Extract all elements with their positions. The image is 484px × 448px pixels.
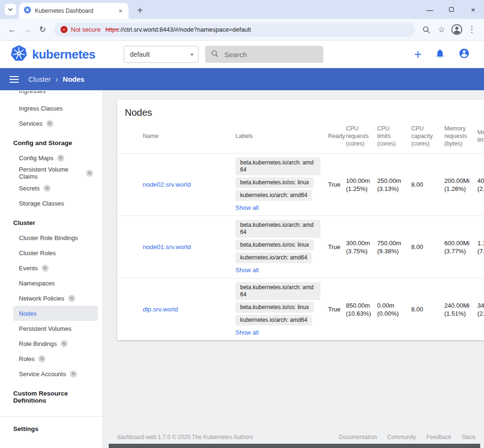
column-memory-requests: Memory requests (bytes) xyxy=(441,123,474,154)
bookmark-star-icon[interactable]: ☆ xyxy=(434,22,449,38)
kubernetes-appbar: kubernetes default ▾ + xyxy=(0,41,484,68)
column-cpu-limits: CPU limits (cores) xyxy=(373,123,407,154)
footer-link-slack[interactable]: Slack xyxy=(462,434,475,440)
memory-requests-cell: 240.00Mi (1.51%) xyxy=(441,278,474,341)
back-icon[interactable]: ← xyxy=(5,22,20,38)
breadcrumb-bar: Cluster › Nodes xyxy=(0,68,484,90)
zoom-icon[interactable] xyxy=(419,22,434,38)
sidebar-item-ingress-classes[interactable]: Ingress Classes xyxy=(13,101,98,116)
label-chip: kubernetes.io/arch: amd64 xyxy=(235,190,312,201)
sidebar-item-network-policies[interactable]: Network Policies N xyxy=(13,291,98,306)
sidebar-item-cluster-roles[interactable]: Cluster Roles xyxy=(13,245,98,260)
memory-requests-cell: 600.00Mi (3.77%) xyxy=(441,216,474,278)
table-row: dlp.srv.world beta.kubernetes.io/arch: a… xyxy=(117,278,484,341)
show-all-link[interactable]: Show all xyxy=(235,266,259,274)
sidebar-section-settings[interactable]: Settings xyxy=(13,425,98,432)
namespace-value: default xyxy=(130,51,190,58)
breadcrumb-current: Nodes xyxy=(63,75,85,83)
sidebar-item-config-maps[interactable]: Config Maps N xyxy=(13,150,98,165)
window-chevron-icon[interactable] xyxy=(5,4,16,15)
nodes-table: Name Labels Ready CPU requests (cores) C… xyxy=(117,123,484,340)
sidebar-item-roles[interactable]: Roles N xyxy=(13,351,98,366)
sidebar-item-events[interactable]: Events N xyxy=(13,260,98,276)
label-chip: beta.kubernetes.io/arch: amd64 xyxy=(235,282,320,300)
sidebar-item-services[interactable]: Services N xyxy=(13,116,98,131)
window-close-button[interactable]: × xyxy=(462,0,484,19)
footer-link-feedback[interactable]: Feedback xyxy=(426,434,451,440)
search-box[interactable] xyxy=(205,46,323,63)
menu-hamburger-icon[interactable] xyxy=(9,76,19,83)
breadcrumb-chevron-icon: › xyxy=(56,75,58,84)
url-text[interactable]: https://ctrl.srv.world:8443/#/node?names… xyxy=(105,26,251,33)
label-chip: beta.kubernetes.io/arch: amd64 xyxy=(235,220,320,238)
namespaced-badge: N xyxy=(57,155,64,162)
label-chip: beta.kubernetes.io/os: linux xyxy=(235,240,314,250)
table-row: node02.srv.world beta.kubernetes.io/arch… xyxy=(117,154,484,216)
new-tab-button[interactable]: + xyxy=(133,4,147,17)
column-cpu-requests: CPU requests (cores) xyxy=(342,123,373,154)
cpu-requests-cell: 100.00m (1.25%) xyxy=(342,154,373,216)
column-cpu-capacity: CPU capacity (cores) xyxy=(407,123,441,154)
sidebar-item-secrets[interactable]: Secrets N xyxy=(13,181,98,196)
kubernetes-logo-icon xyxy=(10,45,27,64)
sidebar-item-ingresses[interactable]: Ingresses xyxy=(13,91,98,98)
cpu-capacity-cell: 8.00 xyxy=(407,278,441,341)
cpu-limits-cell: 750.00m (9.38%) xyxy=(373,216,407,278)
sidebar-scroll-area[interactable]: Ingresses Ingress Classes Services N Con… xyxy=(0,90,103,416)
browser-menu-icon[interactable]: ⋮ xyxy=(464,22,479,38)
namespaced-badge: N xyxy=(86,170,93,177)
sidebar-item-cluster-role-bindings[interactable]: Cluster Role Bindings xyxy=(13,230,98,245)
reload-icon[interactable]: ↻ xyxy=(35,22,50,38)
window-maximize-button[interactable] xyxy=(441,0,462,19)
memory-limits-cell: 1.17Gi (7.55%) xyxy=(474,216,484,278)
node-name-link[interactable]: node02.srv.world xyxy=(143,181,191,188)
cpu-requests-cell: 300.00m (3.75%) xyxy=(342,216,373,278)
namespaced-badge: N xyxy=(42,265,49,272)
address-bar[interactable]: × Not secure https://ctrl.srv.world:8443… xyxy=(54,23,415,37)
node-name-link[interactable]: dlp.srv.world xyxy=(143,306,178,313)
kubernetes-brand[interactable]: kubernetes xyxy=(10,45,95,64)
chevron-down-icon: ▾ xyxy=(190,52,193,58)
sidebar-item-service-accounts[interactable]: Service Accounts N xyxy=(13,366,98,381)
nodes-card: Nodes Name Labels Ready CPU requests (co… xyxy=(117,100,484,340)
sidebar-item-persistent-volume-claims[interactable]: Persistent Volume Claims N xyxy=(13,165,98,181)
label-chip: kubernetes.io/arch: amd64 xyxy=(235,315,312,326)
sidebar-item-role-bindings[interactable]: Role Bindings N xyxy=(13,336,98,351)
show-all-link[interactable]: Show all xyxy=(235,204,259,212)
tab-close-icon[interactable]: × xyxy=(116,7,125,15)
sidebar-item-persistent-volumes[interactable]: Persistent Volumes xyxy=(13,321,98,336)
search-input[interactable] xyxy=(225,51,310,59)
label-chip: beta.kubernetes.io/arch: amd64 xyxy=(235,157,320,175)
table-row: node01.srv.world beta.kubernetes.io/arch… xyxy=(117,216,484,278)
dashboard-footer: dashboard-web:1.7.0 © 2025 The Kubernete… xyxy=(117,434,475,440)
notifications-bell-icon[interactable] xyxy=(435,48,445,60)
sidebar-item-namespaces[interactable]: Namespaces xyxy=(13,276,98,291)
namespaced-badge: N xyxy=(46,120,53,127)
window-minimize-button[interactable]: — xyxy=(419,0,441,19)
namespace-select[interactable]: default ▾ xyxy=(124,46,199,63)
search-icon xyxy=(211,50,219,60)
user-account-icon[interactable] xyxy=(458,48,470,61)
footer-link-documentation[interactable]: Documentation xyxy=(339,434,377,440)
show-all-link[interactable]: Show all xyxy=(235,328,259,336)
sidebar-section-cluster[interactable]: Cluster xyxy=(13,219,98,226)
sidebar-item-storage-classes[interactable]: Storage Classes xyxy=(13,196,98,211)
browser-profile-avatar[interactable] xyxy=(449,22,464,38)
sidebar-section-config-and-storage[interactable]: Config and Storage xyxy=(13,139,98,146)
browser-tab[interactable]: Kubernetes Dashboard × xyxy=(19,3,129,19)
not-secure-label[interactable]: Not secure xyxy=(71,26,101,33)
sidebar-section-custom-resource-definitions[interactable]: Custom Resource Definitions xyxy=(13,390,98,404)
cpu-capacity-cell: 8.00 xyxy=(407,154,441,216)
node-name-link[interactable]: node01.srv.world xyxy=(143,243,191,250)
ready-cell: True xyxy=(324,154,342,216)
sidebar-item-nodes[interactable]: Nodes xyxy=(13,306,98,321)
breadcrumb-parent[interactable]: Cluster xyxy=(28,75,51,83)
cpu-requests-cell: 850.00m (10.63%) xyxy=(342,278,373,341)
footer-link-community[interactable]: Community xyxy=(387,434,416,440)
forward-icon[interactable]: → xyxy=(20,22,35,38)
cpu-limits-cell: 250.00m (3.13%) xyxy=(373,154,407,216)
horizontal-scrollbar-thumb[interactable] xyxy=(109,444,480,448)
horizontal-scrollbar[interactable] xyxy=(109,444,484,448)
namespaced-badge: N xyxy=(68,295,75,302)
create-resource-button[interactable]: + xyxy=(414,48,422,61)
